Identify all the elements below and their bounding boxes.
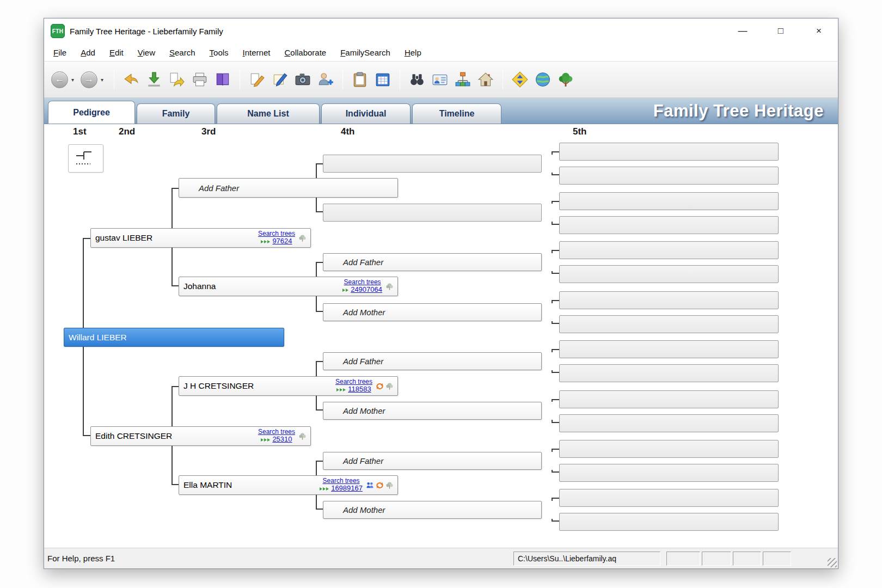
add-person-button[interactable]: [316, 69, 335, 90]
sync-status-icon[interactable]: [376, 382, 384, 390]
tab-individual[interactable]: Individual: [321, 103, 411, 124]
generation-label-1: 1st: [73, 126, 87, 137]
people-match-icon[interactable]: [366, 481, 374, 489]
back-button[interactable]: [51, 71, 68, 88]
navigate-button[interactable]: [121, 69, 141, 90]
familysearch-id-link[interactable]: 16989167: [331, 485, 363, 492]
search-button[interactable]: [407, 69, 427, 90]
import-icon: [146, 71, 162, 88]
person-name: Willard LIEBER: [64, 333, 127, 342]
edit-person-button[interactable]: [247, 69, 267, 90]
tab-pedigree[interactable]: Pedigree: [48, 101, 135, 124]
empty-ancestor-box: [559, 390, 779, 408]
menu-help[interactable]: Help: [397, 45, 428, 60]
export-button[interactable]: [167, 69, 187, 90]
maximize-button[interactable]: □: [768, 22, 793, 40]
pedigree-connector: [83, 347, 90, 436]
home-icon: [477, 71, 494, 88]
app-window: FTH Family Tree Heritage - Lieberfamily …: [44, 18, 838, 569]
sync-status-icon[interactable]: [376, 481, 384, 489]
pedigree-box-gustav-lieber[interactable]: gustav LIEBER Search trees 97624: [90, 228, 311, 248]
pedigree-box-edith-cretsinger[interactable]: Edith CRETSINGER Search trees 25310: [90, 426, 311, 446]
add-mother-box[interactable]: Add Mother: [323, 501, 542, 519]
pedigree-box-ella-martin[interactable]: Ella MARTIN Search trees 16989167: [179, 475, 398, 495]
tree-match-icon[interactable]: [298, 432, 307, 440]
pedigree-connector: [552, 201, 559, 204]
person-name: gustav LIEBER: [91, 233, 152, 243]
forward-button[interactable]: [81, 71, 97, 88]
familysearch-id-link[interactable]: 24907064: [351, 286, 382, 293]
menu-view[interactable]: View: [131, 45, 162, 60]
relationship-chart-button[interactable]: [453, 69, 473, 90]
empty-ancestor-box: [559, 192, 779, 210]
pedigree-connector: [171, 446, 179, 485]
print-button[interactable]: [190, 69, 210, 90]
notes-button[interactable]: [270, 69, 290, 90]
add-father-box[interactable]: Add Father: [323, 352, 542, 370]
media-button[interactable]: [293, 69, 313, 90]
reports-book-button[interactable]: [213, 69, 232, 90]
menu-bar: File Add Edit View Search Tools Internet…: [44, 44, 838, 61]
clipboard-button[interactable]: [350, 69, 370, 90]
pedigree-connector: [552, 498, 559, 501]
menu-familysearch[interactable]: FamilySearch: [333, 45, 397, 60]
view-tab-strip: Pedigree Family Name List Individual Tim…: [44, 98, 838, 124]
menu-tools[interactable]: Tools: [203, 45, 236, 60]
toolbar: ▾ ▾: [44, 61, 838, 98]
pedigree-box-j-h-cretsinger[interactable]: J H CRETSINGER Search trees 118583: [179, 376, 398, 396]
resize-grip[interactable]: [828, 558, 837, 567]
empty-ancestor-box: [559, 414, 779, 432]
menu-internet[interactable]: Internet: [236, 45, 278, 60]
add-mother-box[interactable]: Add Mother: [323, 402, 542, 420]
mini-pedigree-icon: [74, 149, 98, 168]
tab-timeline[interactable]: Timeline: [412, 103, 501, 124]
individual-card-icon: [432, 71, 448, 88]
pedigree-connector: [552, 420, 559, 423]
tree-match-icon[interactable]: [385, 382, 394, 390]
tree-match-icon[interactable]: [298, 234, 307, 242]
pedigree-connector: [171, 386, 179, 426]
home-person-button[interactable]: [476, 69, 495, 90]
add-father-box[interactable]: Add Father: [323, 452, 542, 470]
toolbar-separator: [240, 70, 240, 89]
familysearch-sync-button[interactable]: [510, 69, 530, 90]
family-tree-button[interactable]: [556, 69, 575, 90]
menu-edit[interactable]: Edit: [102, 45, 131, 60]
menu-collaborate[interactable]: Collaborate: [277, 45, 333, 60]
pedigree-box-willard-lieber[interactable]: Willard LIEBER: [64, 328, 284, 347]
person-name: Ella MARTIN: [179, 480, 232, 490]
add-father-box[interactable]: Add Father: [179, 178, 398, 198]
pedigree-layout-button[interactable]: [68, 144, 103, 173]
individual-card-button[interactable]: [430, 69, 450, 90]
import-button[interactable]: [144, 69, 164, 90]
empty-ancestor-box: [559, 241, 779, 259]
toolbar-separator: [503, 70, 503, 89]
tree-match-icon[interactable]: [385, 481, 394, 489]
tab-family[interactable]: Family: [137, 103, 215, 124]
app-brand-logo: Family Tree Heritage: [653, 101, 824, 121]
back-history-dropdown-icon[interactable]: ▾: [71, 77, 75, 83]
minimize-button[interactable]: —: [730, 22, 755, 40]
empty-ancestor-box: [323, 204, 542, 222]
close-button[interactable]: ×: [806, 22, 831, 40]
generation-label-2: 2nd: [119, 126, 135, 137]
pedigree-box-johanna[interactable]: Johanna Search trees 24907064: [179, 277, 398, 296]
menu-file[interactable]: File: [46, 45, 74, 60]
binoculars-icon: [409, 71, 425, 88]
menu-add[interactable]: Add: [74, 45, 102, 60]
pedigree-connector: [316, 262, 323, 277]
tree-match-icon[interactable]: [385, 283, 394, 291]
menu-search[interactable]: Search: [162, 45, 203, 60]
person-name: Johanna: [179, 281, 216, 291]
add-father-box[interactable]: Add Father: [323, 253, 542, 271]
person-name: Edith CRETSINGER: [91, 431, 172, 441]
familysearch-id-link[interactable]: 97624: [272, 237, 292, 245]
tab-name-list[interactable]: Name List: [217, 103, 320, 124]
familysearch-id-link[interactable]: 25310: [272, 436, 292, 443]
date-calendar-button[interactable]: [373, 69, 393, 90]
add-mother-box[interactable]: Add Mother: [323, 303, 542, 321]
pedigree-connector: [316, 396, 323, 411]
internet-button[interactable]: [533, 69, 553, 90]
familysearch-id-link[interactable]: 118583: [348, 385, 371, 393]
forward-history-dropdown-icon[interactable]: ▾: [101, 77, 105, 83]
